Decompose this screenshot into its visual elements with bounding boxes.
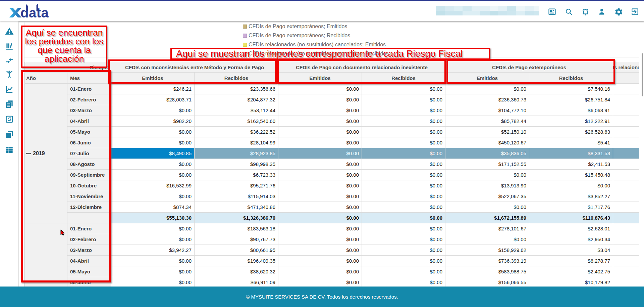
svg-text:data: data	[20, 5, 49, 18]
